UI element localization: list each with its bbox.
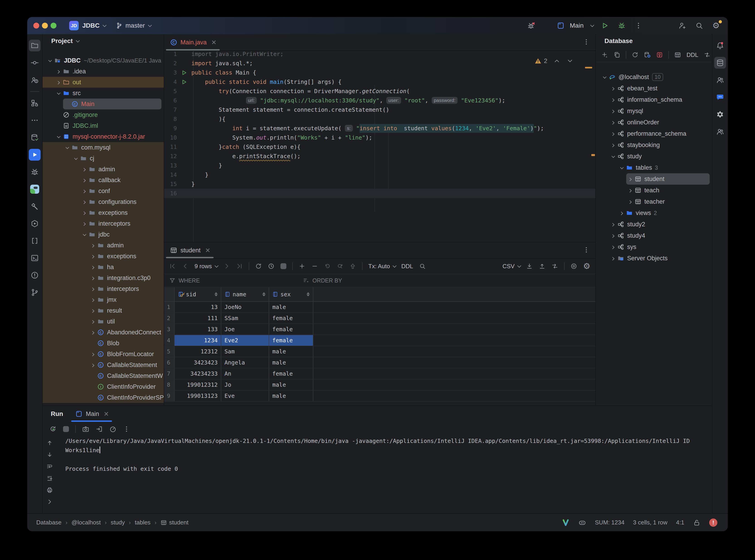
collaboration-icon[interactable] (714, 74, 726, 86)
breadcrumb-item-study[interactable]: study (111, 519, 125, 526)
tree-item-onlineorder[interactable]: onlineOrder (596, 117, 712, 128)
cell-sex[interactable]: male (269, 357, 313, 368)
table-row-1[interactable]: 113JoeNomale (164, 302, 595, 313)
table-row-9[interactable]: 9199013123Evemale (164, 391, 595, 402)
run-widget-window-icon[interactable] (556, 21, 566, 31)
compare-icon[interactable] (551, 263, 558, 269)
tree-item-mysql-connector-j-8-2-0-jar[interactable]: mysql-connector-j-8.2.0.jar (43, 131, 164, 142)
caret-position[interactable]: 4:1 (676, 519, 684, 526)
more-tools-icon[interactable] (29, 114, 41, 126)
tree-item-admin[interactable]: admin (43, 164, 164, 175)
branch-widget[interactable]: master (115, 22, 151, 29)
tree-item-clientinfoprovidersp[interactable]: CClientInfoProviderSP (43, 392, 164, 403)
cell-sid[interactable]: 133 (175, 324, 221, 335)
tree-item-configurations[interactable]: configurations (43, 196, 164, 207)
error-indicator-icon[interactable]: ! (709, 519, 717, 527)
cell-sex[interactable]: female (269, 324, 313, 335)
settings-gear-icon[interactable]: ⚙ (711, 21, 721, 31)
tree-item-main[interactable]: CMain (43, 99, 164, 109)
where-input[interactable]: WHERE (179, 277, 200, 284)
ddl-button[interactable]: DDL (401, 263, 413, 270)
build-icon[interactable] (29, 200, 41, 212)
tx-mode-select[interactable]: Tx: Auto (368, 263, 395, 270)
breadcrumb-item--localhost[interactable]: @localhost (72, 519, 101, 526)
cell-sid[interactable]: 13 (175, 302, 221, 313)
tree-item-jdbc-iml[interactable]: JDBC.iml (43, 120, 164, 131)
code-line-4[interactable]: 4 public static void main(String[] args)… (164, 77, 595, 86)
close-button[interactable] (33, 23, 39, 28)
table-row-6[interactable]: 63423423Angelamale (164, 357, 595, 368)
breadcrumb-item-tables[interactable]: tables (135, 519, 150, 526)
cell-name[interactable]: Eve (221, 391, 269, 401)
cell-sex[interactable]: male (269, 346, 313, 357)
cell-sid[interactable]: 199013123 (175, 391, 221, 401)
code-line-11[interactable]: 11 }catch (SQLException e){ (164, 142, 595, 152)
datasource-properties-icon[interactable] (644, 52, 651, 58)
code-editor[interactable]: 1import java.io.PrintWriter;2import java… (164, 51, 595, 242)
cell-name[interactable]: Eve2 (221, 335, 269, 346)
more-actions-icon[interactable] (123, 425, 130, 433)
search-icon[interactable] (694, 21, 704, 31)
ddl-button[interactable]: DDL (686, 52, 698, 58)
next-page-icon[interactable] (223, 263, 230, 269)
print-icon[interactable] (46, 486, 53, 494)
tree-item-abandonedconnect[interactable]: CAbandonedConnect (43, 327, 164, 338)
code-line-9[interactable]: 9 int i = statement.executeUpdate( s: "i… (164, 124, 595, 133)
services-icon[interactable] (29, 218, 41, 229)
cell-name[interactable]: Angela (221, 357, 269, 368)
project-switcher[interactable]: JDBC (82, 22, 99, 29)
code-line-15[interactable]: 15} (164, 179, 595, 189)
stop-icon[interactable] (280, 263, 286, 269)
data-settings-gear-icon[interactable]: ⚙ (583, 262, 591, 270)
reload-data-icon[interactable] (255, 263, 262, 269)
prev-problem-icon[interactable] (553, 57, 560, 64)
run-button[interactable] (600, 21, 610, 31)
add-datasource-icon[interactable] (601, 52, 608, 58)
export-icon[interactable] (526, 263, 533, 269)
database-changes-icon[interactable] (29, 132, 41, 143)
prev-page-icon[interactable] (182, 263, 189, 269)
tree-item-sys[interactable]: sys (596, 241, 712, 253)
code-line-16[interactable]: 16 (164, 189, 595, 198)
next-occurrence-icon[interactable] (46, 451, 53, 458)
tree-item-student[interactable]: student (596, 173, 712, 185)
code-line-12[interactable]: 12 e.printStackTrace(); (164, 152, 595, 161)
pull-requests-icon[interactable] (29, 74, 41, 86)
tree-item-interceptors[interactable]: interceptors (43, 283, 164, 294)
debug-button[interactable] (617, 21, 627, 31)
zoom-button[interactable] (51, 23, 56, 28)
tab-student-table[interactable]: student ✕ (164, 242, 215, 258)
tree-item-ha[interactable]: ha (43, 262, 164, 273)
submit-preview-icon[interactable] (337, 263, 344, 269)
cell-sid[interactable]: 199012312 (175, 379, 221, 390)
tree-item--idea[interactable]: .idea (43, 66, 164, 77)
tree-item-performance-schema[interactable]: performance_schema (596, 128, 712, 139)
cell-sex[interactable]: female (269, 313, 313, 323)
code-line-1[interactable]: 1import java.io.PrintWriter; (164, 51, 595, 59)
more-actions-icon[interactable] (634, 21, 643, 31)
tree-item-com-mysql[interactable]: com.mysql (43, 142, 164, 153)
code-line-10[interactable]: 10 System.out.println("Works" + i + "lin… (164, 133, 595, 142)
tree-item-admin[interactable]: admin (43, 240, 164, 251)
table-row-8[interactable]: 8199012312Jomale (164, 379, 595, 391)
sort-arrows-icon[interactable] (307, 292, 310, 296)
cell-sid[interactable]: 12312 (175, 346, 221, 357)
profiler-icon[interactable] (109, 425, 117, 433)
v-plugin-icon[interactable] (562, 519, 569, 526)
column-header-name[interactable]: name (221, 287, 269, 301)
breadcrumb-item-student[interactable]: student (160, 519, 188, 526)
tree-item-out[interactable]: out (43, 77, 164, 88)
frameworks-icon[interactable] (29, 235, 41, 247)
add-user-icon[interactable] (677, 21, 688, 31)
tree-item-integration-c3p0[interactable]: integration.c3p0 (43, 273, 164, 283)
tree-item-jmx[interactable]: jmx (43, 294, 164, 305)
tree-item-study4[interactable]: study4 (596, 230, 712, 241)
cell-sex[interactable]: male (269, 391, 313, 401)
tree-item-teacher[interactable]: teacher (596, 196, 712, 207)
close-icon[interactable]: ✕ (103, 410, 109, 418)
console-output[interactable]: /Users/eve/Library/Java/JavaVirtualMachi… (65, 436, 712, 513)
project-panel-title[interactable]: Project (51, 37, 73, 45)
delete-row-icon[interactable] (311, 263, 318, 269)
run-tool-icon[interactable] (29, 149, 41, 161)
tree-item-views[interactable]: views2 (596, 207, 712, 219)
